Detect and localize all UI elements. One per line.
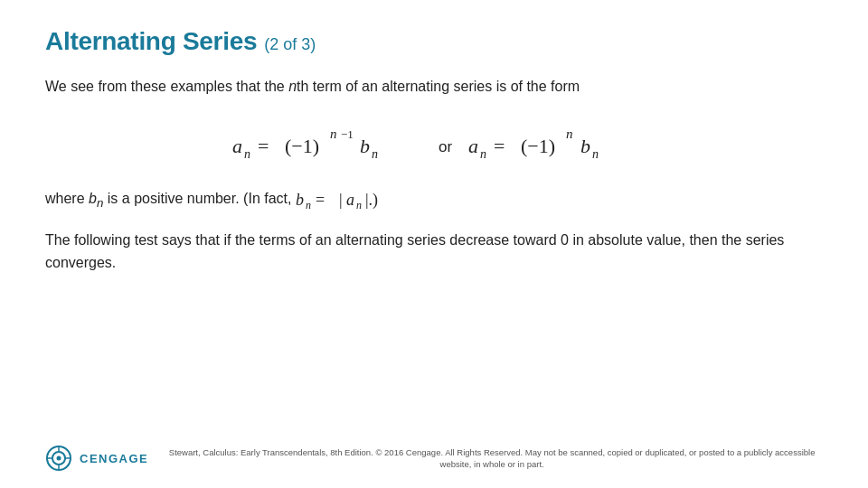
svg-text:n: n bbox=[592, 147, 599, 161]
svg-text:b: b bbox=[296, 191, 304, 209]
svg-text:a: a bbox=[346, 191, 354, 209]
page-subtitle: (2 of 3) bbox=[264, 35, 316, 54]
page-title: Alternating Series bbox=[45, 27, 257, 56]
intro-paragraph: We see from these examples that the nth … bbox=[45, 76, 823, 99]
cengage-logo: CENGAGE bbox=[45, 445, 148, 472]
intro-text-before-italic: We see from these examples that the bbox=[45, 79, 288, 94]
svg-text:n: n bbox=[372, 147, 378, 161]
title-row: Alternating Series (2 of 3) bbox=[45, 27, 823, 56]
svg-text:n: n bbox=[480, 147, 486, 161]
svg-text:n: n bbox=[330, 127, 337, 141]
svg-text:(−1): (−1) bbox=[521, 135, 555, 157]
formula-right: a n = (−1) n b n bbox=[468, 124, 636, 171]
footer-copyright: Stewart, Calculus: Early Transcendentals… bbox=[161, 446, 823, 471]
where-paragraph: where bn is a positive number. (In fact,… bbox=[45, 187, 823, 213]
svg-text:−1: −1 bbox=[341, 127, 354, 141]
svg-text:|.): |.) bbox=[365, 191, 378, 210]
in-fact-open: (In fact, bbox=[243, 191, 296, 206]
svg-text:a: a bbox=[468, 135, 478, 157]
svg-text:=: = bbox=[494, 135, 505, 157]
where-prefix: where bbox=[45, 191, 89, 206]
svg-text:b: b bbox=[360, 135, 370, 157]
svg-text:=: = bbox=[258, 135, 269, 157]
intro-text-after-italic: th term of an alternating series is of t… bbox=[297, 79, 580, 94]
svg-text:n: n bbox=[566, 127, 573, 141]
where-suffix: is a positive number. bbox=[103, 191, 243, 206]
cengage-icon bbox=[45, 445, 72, 472]
or-label: or bbox=[439, 138, 452, 156]
main-page: Alternating Series (2 of 3) We see from … bbox=[0, 0, 868, 488]
svg-text:b: b bbox=[580, 135, 590, 157]
svg-text:(−1): (−1) bbox=[285, 135, 319, 157]
svg-point-24 bbox=[57, 456, 61, 461]
footer: CENGAGE Stewart, Calculus: Early Transce… bbox=[45, 445, 823, 472]
formula-left: a n = (−1) n −1 b n bbox=[232, 124, 422, 171]
in-fact-formula: b n = | a n |.) bbox=[296, 187, 406, 212]
svg-text:n: n bbox=[356, 199, 362, 211]
svg-text:=: = bbox=[316, 191, 325, 209]
cengage-label: CENGAGE bbox=[80, 452, 148, 465]
svg-text:n: n bbox=[306, 199, 311, 211]
svg-text:n: n bbox=[244, 147, 250, 161]
svg-text:|: | bbox=[339, 191, 343, 209]
svg-text:a: a bbox=[232, 135, 242, 157]
formula-row: a n = (−1) n −1 b n or a n = (−1) n bbox=[45, 124, 823, 171]
last-paragraph: The following test says that if the term… bbox=[45, 230, 823, 275]
where-b: b bbox=[89, 191, 97, 206]
italic-n: n bbox=[288, 79, 297, 94]
